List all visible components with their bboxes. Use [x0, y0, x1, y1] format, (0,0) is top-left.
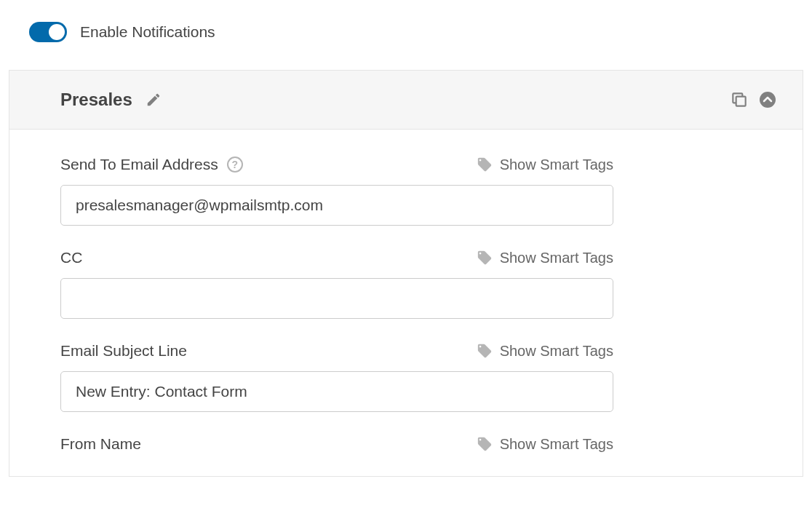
tag-icon	[477, 250, 493, 266]
enable-notifications-toggle[interactable]	[29, 22, 67, 42]
subject-smart-tags-label: Show Smart Tags	[500, 343, 613, 360]
pencil-icon	[146, 92, 162, 108]
tag-icon	[477, 343, 493, 359]
collapse-button[interactable]	[759, 91, 776, 108]
subject-label-wrap: Email Subject Line	[60, 342, 187, 360]
send-to-label: Send To Email Address	[60, 156, 218, 173]
help-icon[interactable]: ?	[227, 157, 243, 173]
svg-rect-0	[736, 97, 746, 106]
cc-field: CC Show Smart Tags	[60, 249, 752, 319]
panel-header-actions	[730, 90, 776, 109]
from-name-label: From Name	[60, 435, 141, 453]
from-name-smart-tags-label: Show Smart Tags	[500, 436, 613, 453]
subject-smart-tags-button[interactable]: Show Smart Tags	[477, 343, 613, 360]
panel-body: Send To Email Address ? Show Smart Tags …	[9, 130, 803, 453]
notification-panel: Presales	[9, 70, 803, 477]
from-name-field-row: From Name Show Smart Tags	[60, 435, 613, 453]
cc-field-row: CC Show Smart Tags	[60, 249, 613, 266]
chevron-up-circle-icon	[759, 91, 776, 108]
enable-notifications-label: Enable Notifications	[80, 23, 215, 41]
cc-label: CC	[60, 249, 82, 266]
svg-point-1	[760, 92, 776, 108]
panel-title-wrap: Presales	[60, 90, 162, 110]
cc-input[interactable]	[60, 278, 613, 319]
send-to-smart-tags-label: Show Smart Tags	[500, 157, 613, 173]
send-to-label-wrap: Send To Email Address ?	[60, 156, 243, 173]
cc-label-wrap: CC	[60, 249, 82, 266]
send-to-smart-tags-button[interactable]: Show Smart Tags	[477, 157, 613, 173]
subject-input[interactable]	[60, 371, 613, 412]
send-to-field-row: Send To Email Address ? Show Smart Tags	[60, 156, 613, 173]
tag-icon	[477, 157, 493, 173]
cc-smart-tags-label: Show Smart Tags	[500, 250, 613, 266]
copy-icon	[730, 90, 749, 109]
cc-smart-tags-button[interactable]: Show Smart Tags	[477, 250, 613, 266]
send-to-input[interactable]	[60, 185, 613, 226]
duplicate-button[interactable]	[730, 90, 749, 109]
tag-icon	[477, 436, 493, 452]
send-to-field: Send To Email Address ? Show Smart Tags	[60, 156, 752, 226]
subject-field: Email Subject Line Show Smart Tags	[60, 342, 752, 412]
subject-field-row: Email Subject Line Show Smart Tags	[60, 342, 613, 360]
panel-title: Presales	[60, 90, 132, 110]
panel-header: Presales	[9, 71, 803, 130]
from-name-smart-tags-button[interactable]: Show Smart Tags	[477, 436, 613, 453]
subject-label: Email Subject Line	[60, 342, 187, 360]
enable-notifications-row: Enable Notifications	[29, 22, 805, 42]
from-name-field: From Name Show Smart Tags	[60, 435, 752, 453]
from-name-label-wrap: From Name	[60, 435, 141, 453]
edit-title-button[interactable]	[146, 92, 162, 108]
